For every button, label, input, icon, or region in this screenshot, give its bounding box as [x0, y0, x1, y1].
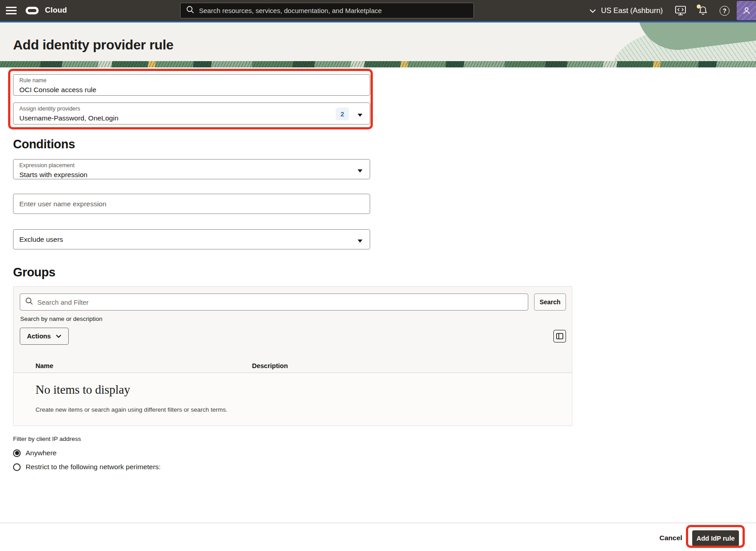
empty-state-subtitle: Create new items or search again using d…: [35, 406, 227, 413]
page-header-banner: Add identity provider rule: [0, 22, 756, 61]
search-button[interactable]: Search: [534, 293, 566, 311]
groups-heading: Groups: [13, 266, 55, 280]
brand-label: Cloud: [45, 6, 67, 15]
ip-filter-label: Filter by client IP address: [13, 435, 81, 442]
radio-option-anywhere[interactable]: Anywhere: [13, 449, 57, 457]
notifications-bell-icon[interactable]: [696, 4, 710, 18]
table-columns-icon: [556, 333, 563, 339]
groups-search-input[interactable]: [37, 298, 523, 306]
add-idp-rule-button[interactable]: Add IdP rule: [692, 530, 739, 546]
rule-name-label: Rule name: [19, 77, 364, 84]
cloud-shell-icon[interactable]: [673, 4, 688, 18]
radio-option-restrict[interactable]: Restrict to the following network perime…: [13, 463, 161, 471]
dropdown-caret-icon[interactable]: [358, 236, 363, 244]
radio-label: Anywhere: [26, 449, 57, 457]
column-header-description[interactable]: Description: [252, 362, 288, 369]
user-avatar[interactable]: [737, 1, 756, 20]
expression-placement-select[interactable]: Expression placement Starts with express…: [13, 159, 370, 179]
actions-menu-button[interactable]: Actions: [20, 328, 69, 345]
region-label: US East (Ashburn): [601, 6, 663, 15]
username-expression-input[interactable]: [13, 194, 370, 214]
top-navigation-bar: Cloud US East (Ashburn) ?: [0, 0, 756, 21]
help-icon[interactable]: ?: [717, 4, 732, 18]
column-header-name[interactable]: Name: [35, 362, 53, 369]
oracle-logo-icon[interactable]: [26, 7, 39, 14]
oci-console-page: Cloud US East (Ashburn) ?: [0, 0, 756, 551]
cancel-button[interactable]: Cancel: [655, 529, 687, 547]
chevron-down-icon: [589, 6, 596, 15]
radio-unselected-icon[interactable]: [13, 463, 21, 471]
decorative-art-strip: [0, 61, 756, 67]
assign-idp-value: Username-Password, OneLogin: [19, 114, 364, 122]
search-hint: Search by name or description: [20, 315, 102, 322]
assign-idp-label: Assign identity providers: [19, 106, 364, 113]
groups-search-bar[interactable]: [20, 293, 528, 311]
search-icon: [25, 297, 33, 307]
assign-identity-providers-select[interactable]: Assign identity providers Username-Passw…: [13, 102, 370, 124]
footer-divider: [0, 523, 756, 523]
global-search-bar[interactable]: [180, 3, 474, 18]
search-icon: [186, 5, 195, 16]
exclude-users-label: Exclude users: [19, 236, 63, 244]
notification-badge: [697, 4, 701, 9]
global-search-input[interactable]: [199, 7, 468, 14]
table-empty-state: No items to display Create new items or …: [13, 373, 572, 426]
rule-name-value: OCI Console access rule: [19, 86, 364, 94]
expression-placement-value: Starts with expression: [19, 171, 364, 179]
exclude-users-dropdown[interactable]: Exclude users: [13, 229, 370, 249]
chevron-down-icon: [56, 334, 62, 338]
conditions-heading: Conditions: [13, 138, 75, 151]
actions-button-label: Actions: [27, 333, 51, 340]
column-settings-button[interactable]: [553, 330, 566, 342]
empty-state-title: No items to display: [35, 383, 130, 397]
region-selector[interactable]: US East (Ashburn): [589, 0, 663, 21]
selected-count-badge: 2: [336, 107, 349, 120]
rule-name-field[interactable]: Rule name OCI Console access rule: [13, 74, 370, 96]
radio-selected-icon[interactable]: [13, 449, 21, 457]
radio-label: Restrict to the following network perime…: [26, 463, 161, 471]
groups-panel: Search Search by name or description Act…: [13, 286, 572, 426]
page-title: Add identity provider rule: [13, 37, 173, 53]
expression-placement-label: Expression placement: [19, 162, 364, 169]
dropdown-caret-icon[interactable]: [358, 166, 363, 174]
hamburger-menu-icon[interactable]: [5, 6, 17, 15]
dropdown-caret-icon[interactable]: [358, 110, 363, 118]
